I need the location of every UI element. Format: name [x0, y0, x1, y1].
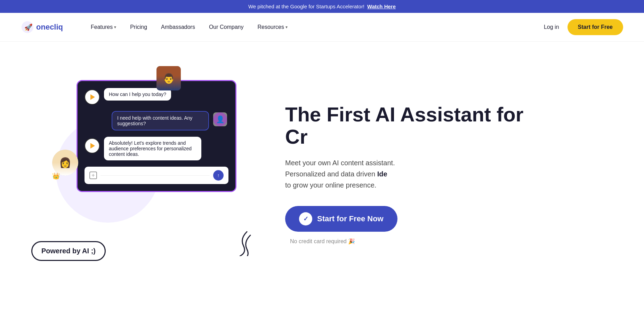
- avatar-left: 👩: [52, 150, 78, 176]
- logo-icon: 🚀: [21, 21, 34, 34]
- chevron-down-icon-2: ▾: [285, 25, 288, 30]
- check-icon: ✓: [299, 212, 312, 225]
- chat-message-1: How can I help you today?: [84, 88, 228, 105]
- avatar-woman-face: 👩: [52, 150, 78, 176]
- nav-item-ambassadors[interactable]: Ambassadors: [161, 24, 195, 30]
- hero-subtitle: Meet your own AI content assistant. Pers…: [285, 157, 466, 191]
- add-attachment-button[interactable]: +: [89, 172, 97, 179]
- play-button-1[interactable]: [84, 89, 100, 105]
- hero-section: 👨 👩 👑 How can I help you today? I need h…: [0, 42, 644, 292]
- user-avatar-2: 👤: [213, 112, 227, 126]
- hero-illustration: 👨 👩 👑 How can I help you today? I need h…: [21, 66, 257, 275]
- chat-window: How can I help you today? I need help wi…: [77, 80, 236, 192]
- powered-by-ai-badge: Powered by AI ;): [31, 241, 106, 261]
- chat-message-3: Absolutely! Let's explore trends and aud…: [84, 137, 228, 160]
- cta-group: ✓ Start for Free Now No credit card requ…: [285, 206, 623, 245]
- logo-text: onecliq: [36, 23, 63, 32]
- chat-input-bar: + ↑: [84, 167, 228, 184]
- avatar-purple-face: 👤: [213, 112, 227, 126]
- logo[interactable]: 🚀 onecliq: [21, 21, 63, 34]
- navbar: 🚀 onecliq Features ▾ Pricing Ambassadors…: [0, 13, 644, 42]
- watch-here-link[interactable]: Watch Here: [367, 3, 396, 9]
- nav-links: Features ▾ Pricing Ambassadors Our Compa…: [91, 24, 544, 30]
- start-free-now-button[interactable]: ✓ Start for Free Now: [285, 206, 397, 232]
- login-button[interactable]: Log in: [544, 24, 559, 30]
- chat-bubble-2: I need help with content ideas. Any sugg…: [112, 111, 209, 130]
- start-free-button[interactable]: Start for Free: [567, 19, 623, 35]
- nav-item-our-company[interactable]: Our Company: [209, 24, 244, 30]
- crown-emoji: 👑: [52, 172, 60, 180]
- squiggle-decoration: [230, 228, 254, 257]
- nav-actions: Log in Start for Free: [544, 19, 623, 35]
- avatar-top: 👨: [156, 66, 181, 90]
- chat-message-2: I need help with content ideas. Any sugg…: [84, 111, 228, 130]
- banner-text: We pitched at the Google for Startups Ac…: [248, 3, 364, 9]
- play-button-2[interactable]: [84, 138, 100, 153]
- hero-content: The First AI Assistant for Cr Meet your …: [257, 96, 623, 245]
- svg-text:🚀: 🚀: [24, 23, 33, 31]
- avatar-man-face: 👨: [156, 66, 181, 90]
- nav-item-resources[interactable]: Resources ▾: [258, 24, 288, 30]
- no-credit-card-text: No credit card required 🎉: [290, 238, 623, 245]
- send-button[interactable]: ↑: [213, 170, 224, 181]
- chevron-down-icon: ▾: [114, 25, 116, 30]
- nav-item-features[interactable]: Features ▾: [91, 24, 116, 30]
- top-banner: We pitched at the Google for Startups Ac…: [0, 0, 644, 13]
- hero-title: The First AI Assistant for Cr: [285, 103, 623, 148]
- nav-item-pricing[interactable]: Pricing: [130, 24, 147, 30]
- chat-bubble-3: Absolutely! Let's explore trends and aud…: [104, 137, 201, 160]
